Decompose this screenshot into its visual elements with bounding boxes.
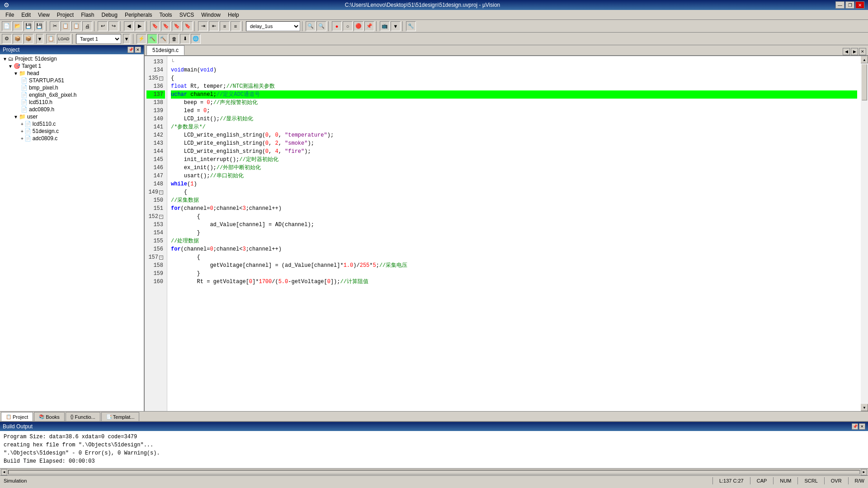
undo-button[interactable]: ↩ bbox=[98, 21, 108, 31]
project-expand-icon: ▼ bbox=[3, 57, 7, 62]
tree-item-51design-c[interactable]: + 📄 51design.c bbox=[1, 128, 143, 135]
build-scrollbar: ◀ ▶ bbox=[0, 468, 868, 475]
tb2-clean-btn[interactable]: 🗑 bbox=[169, 34, 179, 44]
bookmark1-button[interactable]: 🔖 bbox=[150, 21, 160, 31]
save-button[interactable]: 💾 bbox=[24, 21, 33, 31]
tab-close-button[interactable]: ✕ bbox=[859, 48, 866, 55]
collapse-157[interactable]: - bbox=[159, 256, 163, 260]
tab-prev-button[interactable]: ◀ bbox=[843, 48, 850, 55]
nav-back-button[interactable]: ◀ bbox=[124, 21, 134, 31]
settings-button[interactable]: 🔧 bbox=[406, 21, 416, 31]
tab-templates-label: Templat... bbox=[113, 414, 135, 420]
find2-button[interactable]: 🔍 bbox=[316, 21, 326, 31]
tb2-btn3[interactable]: 📦 bbox=[24, 34, 33, 44]
scroll-track[interactable] bbox=[861, 63, 868, 404]
menu-svcs[interactable]: SVCS bbox=[176, 11, 198, 19]
project-close-button[interactable]: ✕ bbox=[135, 47, 141, 53]
bookmark4-button[interactable]: 🔖 bbox=[183, 21, 193, 31]
menu-project[interactable]: Project bbox=[53, 11, 77, 19]
line-num-159: 159 bbox=[146, 270, 165, 278]
unindent-button[interactable]: ⇤ bbox=[209, 21, 219, 31]
build-scroll-track[interactable] bbox=[8, 470, 860, 474]
debug-button[interactable]: 🔴 bbox=[354, 21, 363, 31]
nav-fwd-button[interactable]: ▶ bbox=[135, 21, 145, 31]
build-line-1: Program Size: data=38.6 xdata=0 code=347… bbox=[4, 433, 864, 441]
tab-project[interactable]: 📋 Project bbox=[1, 412, 33, 421]
tb2-btn5[interactable]: 📋 bbox=[46, 34, 56, 44]
menu-view[interactable]: View bbox=[34, 11, 53, 19]
build-scroll-right[interactable]: ▶ bbox=[861, 469, 867, 475]
find-button[interactable]: 🔍 bbox=[306, 21, 316, 31]
tree-item-project[interactable]: ▼ 🗂 Project: 51design bbox=[1, 55, 143, 62]
run-button[interactable]: ● bbox=[332, 21, 342, 31]
format2-button[interactable]: ≡ bbox=[231, 21, 241, 31]
tree-item-head[interactable]: ▼ 📁 head bbox=[1, 70, 143, 77]
build-close-button[interactable]: ✕ bbox=[859, 423, 865, 430]
bookmark3-button[interactable]: 🔖 bbox=[172, 21, 182, 31]
indent-button[interactable]: ⇥ bbox=[198, 21, 208, 31]
target-dropdown-btn[interactable]: ▼ bbox=[123, 34, 130, 44]
minimize-button[interactable]: — bbox=[835, 1, 844, 9]
project-pin-button[interactable]: 📌 bbox=[127, 47, 134, 53]
menu-file[interactable]: File bbox=[2, 11, 18, 19]
tb2-btn2[interactable]: 📦 bbox=[13, 34, 23, 44]
view-button[interactable]: 📺 bbox=[380, 21, 390, 31]
scroll-thumb[interactable] bbox=[862, 64, 867, 100]
copy-button[interactable]: 📋 bbox=[61, 21, 71, 31]
tab-books[interactable]: 📚 Books bbox=[34, 412, 65, 421]
new-file-button[interactable]: 📄 bbox=[2, 21, 12, 31]
build-pin-button[interactable]: 📌 bbox=[852, 423, 858, 430]
tab-next-button[interactable]: ▶ bbox=[851, 48, 858, 55]
tree-item-startup[interactable]: 📄 STARTUP.A51 bbox=[1, 77, 143, 84]
tb2-rebuild-btn[interactable]: 🔨 bbox=[158, 34, 168, 44]
view2-button[interactable]: ▼ bbox=[391, 21, 401, 31]
tree-item-english[interactable]: 📄 english_6x8_pixel.h bbox=[1, 91, 143, 99]
menu-tools[interactable]: Tools bbox=[156, 11, 176, 19]
scroll-up-button[interactable]: ▲ bbox=[861, 56, 868, 63]
menu-flash[interactable]: Flash bbox=[77, 11, 98, 19]
tree-item-target[interactable]: ▼ 🎯 Target 1 bbox=[1, 62, 143, 70]
search-dropdown[interactable]: delay_1us bbox=[246, 21, 300, 31]
menu-edit[interactable]: Edit bbox=[18, 11, 34, 19]
open-button[interactable]: 📂 bbox=[13, 21, 23, 31]
maximize-button[interactable]: ❐ bbox=[845, 1, 854, 9]
collapse-149[interactable]: - bbox=[159, 190, 163, 194]
menubar: File Edit View Project Flash Debug Perip… bbox=[0, 10, 868, 20]
tb2-download-btn[interactable]: ⬇ bbox=[180, 34, 190, 44]
save-all-button[interactable]: 💾 bbox=[34, 21, 44, 31]
cut-button[interactable]: ✂ bbox=[50, 21, 60, 31]
tree-item-user[interactable]: ▼ 📁 user bbox=[1, 113, 143, 120]
collapse-135[interactable]: - bbox=[159, 76, 163, 81]
tab-templates[interactable]: 📑 Templat... bbox=[101, 412, 140, 421]
tb2-build-btn[interactable]: 🔨 bbox=[147, 34, 157, 44]
menu-peripherals[interactable]: Peripherals bbox=[121, 11, 156, 19]
build-scroll-left[interactable]: ◀ bbox=[1, 469, 7, 475]
load-button[interactable]: LOAD bbox=[57, 34, 71, 44]
tree-item-bmp[interactable]: 📄 bmp_pixel.h bbox=[1, 84, 143, 91]
redo-button[interactable]: ↪ bbox=[108, 21, 118, 31]
print-button[interactable]: 🖨 bbox=[82, 21, 92, 31]
tab-functions[interactable]: {} Functio... bbox=[66, 412, 100, 421]
menu-help[interactable]: Help bbox=[224, 11, 243, 19]
menu-window[interactable]: Window bbox=[198, 11, 224, 19]
scroll-down-button[interactable]: ▼ bbox=[861, 404, 868, 411]
collapse-152[interactable]: - bbox=[159, 215, 163, 219]
tree-item-lcd-c[interactable]: + 📄 lcd5110.c bbox=[1, 120, 143, 128]
paste-button[interactable]: 📋 bbox=[71, 21, 81, 31]
tb2-globe-btn[interactable]: 🌐 bbox=[191, 34, 201, 44]
format-button[interactable]: ≡ bbox=[220, 21, 230, 31]
close-button[interactable]: ✕ bbox=[855, 1, 864, 9]
tree-item-lcd-h[interactable]: 📄 lcd5110.h bbox=[1, 99, 143, 106]
tree-item-adc-h[interactable]: 📄 adc0809.h bbox=[1, 106, 143, 113]
debug2-button[interactable]: 📌 bbox=[364, 21, 374, 31]
target-dropdown[interactable]: Target 1 bbox=[76, 34, 121, 44]
bookmark2-button[interactable]: 🔖 bbox=[161, 21, 171, 31]
menu-debug[interactable]: Debug bbox=[98, 11, 121, 19]
editor-tab-51design[interactable]: 51design.c bbox=[146, 45, 184, 55]
tb2-magic-btn[interactable]: ⚡ bbox=[137, 34, 146, 44]
tb2-btn4[interactable]: ▼ bbox=[36, 34, 43, 44]
stop-button[interactable]: ○ bbox=[343, 21, 353, 31]
code-content[interactable]: └ void main(void) { float Rt, temper;//N… bbox=[167, 56, 861, 411]
tree-item-adc-c[interactable]: + 📄 adc0809.c bbox=[1, 135, 143, 142]
tb2-btn1[interactable]: ⚙ bbox=[2, 34, 12, 44]
